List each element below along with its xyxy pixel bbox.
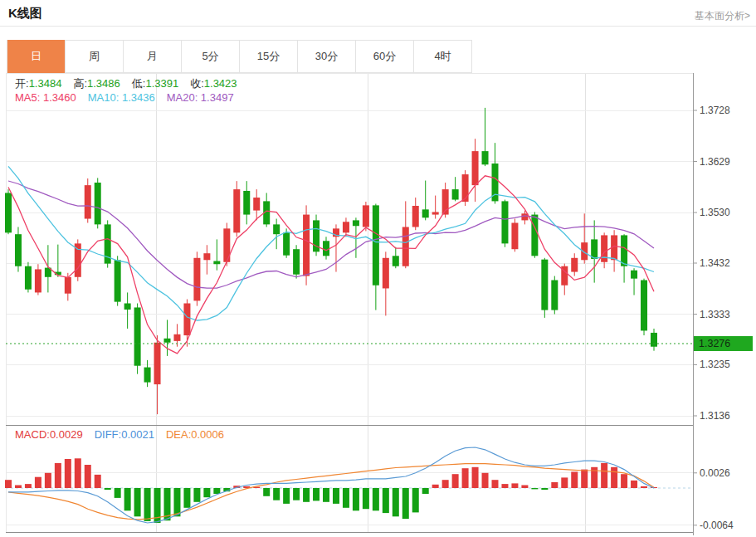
dea-line <box>8 464 654 520</box>
ma-legend-item-2: MA20: 1.3497 <box>167 91 234 104</box>
macd-histogram[interactable] <box>5 458 657 523</box>
current-price-badge: 1.3276 <box>694 336 753 351</box>
ohlc-item-1: 高:1.3486 <box>73 77 119 90</box>
macd-axis-labels: 0.0026-0.0064 <box>693 467 734 531</box>
svg-text:0.0026: 0.0026 <box>700 467 730 479</box>
macd-legend-item-2: DEA:0.0006 <box>166 428 224 441</box>
ohlc-item-0: 开:1.3484 <box>15 77 61 90</box>
pane-borders <box>6 73 693 535</box>
price-axis-labels: 1.37281.36291.35301.34321.33331.32351.31… <box>693 105 730 422</box>
svg-text:1.3136: 1.3136 <box>700 410 730 422</box>
svg-text:1.3530: 1.3530 <box>700 207 730 218</box>
ma-legend-item-1: MA10: 1.3436 <box>88 91 155 104</box>
svg-text:-0.0064: -0.0064 <box>700 520 734 531</box>
ohlc-legend: 开:1.3484高:1.3486低:1.3391收:1.3423 <box>15 76 249 91</box>
macd-legend: MACD:0.0029DIFF:0.0021DEA:0.0006 <box>15 428 236 441</box>
ma-legend: MA5: 1.3460MA10: 1.3436MA20: 1.3497 <box>15 91 246 104</box>
ohlc-item-2: 低:1.3391 <box>132 77 178 90</box>
svg-text:1.3728: 1.3728 <box>700 105 730 116</box>
ma-legend-item-0: MA5: 1.3460 <box>15 91 76 104</box>
ohlc-item-3: 收:1.3423 <box>190 77 237 90</box>
svg-text:1.3333: 1.3333 <box>700 309 730 320</box>
macd-legend-item-1: DIFF:0.0021 <box>95 428 154 441</box>
macd-legend-item-0: MACD:0.0029 <box>15 428 83 441</box>
ma5-line <box>8 176 654 354</box>
candles[interactable] <box>5 108 657 414</box>
svg-text:1.3276: 1.3276 <box>699 338 730 349</box>
svg-text:1.3235: 1.3235 <box>700 359 730 370</box>
gridlines <box>6 73 693 532</box>
svg-text:1.3432: 1.3432 <box>700 257 730 269</box>
svg-text:1.3629: 1.3629 <box>700 156 730 168</box>
